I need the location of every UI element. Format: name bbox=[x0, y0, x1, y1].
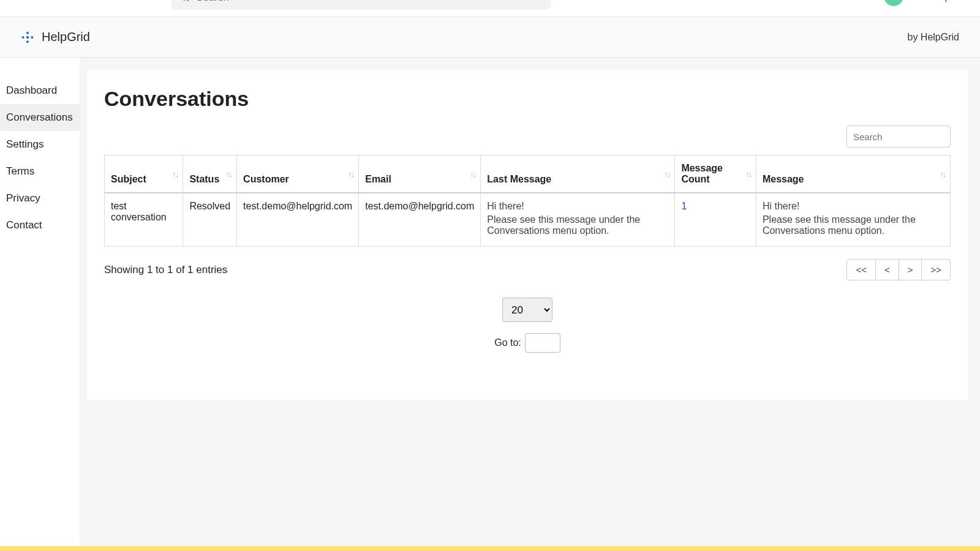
message-line: Please see this message under the Conver… bbox=[487, 214, 668, 236]
col-label: Email bbox=[365, 174, 391, 184]
table-search-input[interactable] bbox=[846, 126, 951, 148]
message-line: Hi there! bbox=[487, 201, 668, 212]
sidebar: Dashboard Conversations Settings Terms P… bbox=[0, 58, 80, 551]
sidebar-item-label: Privacy bbox=[6, 192, 40, 204]
sidebar-item-label: Conversations bbox=[6, 111, 73, 123]
table-cell: Resolved bbox=[183, 193, 237, 247]
user-menu[interactable]: RZ Radu Zapata bbox=[884, 0, 963, 6]
svg-point-4 bbox=[22, 36, 24, 38]
page-last-button[interactable]: >> bbox=[922, 259, 951, 280]
col-customer[interactable]: Customer↑↓ bbox=[237, 156, 359, 193]
message-count-link[interactable]: 1 bbox=[681, 201, 687, 211]
avatar: RZ bbox=[884, 0, 903, 6]
search-icon bbox=[180, 0, 190, 2]
sidebar-item-label: Dashboard bbox=[6, 84, 57, 96]
sidebar-item-dashboard[interactable]: Dashboard bbox=[0, 77, 80, 104]
topbar: Search RZ Radu Zapata bbox=[0, 0, 980, 17]
message-line: Please see this message under the Conver… bbox=[763, 214, 944, 236]
col-subject[interactable]: Subject↑↓ bbox=[105, 156, 183, 193]
sidebar-item-label: Terms bbox=[6, 165, 34, 177]
table-cell: test.demo@helpgrid.com bbox=[237, 193, 359, 247]
svg-point-6 bbox=[26, 36, 29, 38]
table-row[interactable]: test conversationResolvedtest.demo@helpg… bbox=[105, 193, 951, 247]
sort-icon: ↑↓ bbox=[470, 170, 475, 179]
global-search-placeholder: Search bbox=[196, 0, 229, 4]
sidebar-item-contact[interactable]: Contact bbox=[0, 212, 80, 239]
sort-icon: ↑↓ bbox=[745, 170, 751, 179]
col-label: Status bbox=[189, 174, 219, 184]
sidebar-item-terms[interactable]: Terms bbox=[0, 158, 80, 185]
conversations-table: Subject↑↓ Status↑↓ Customer↑↓ Email↑↓ La… bbox=[104, 155, 951, 247]
sort-icon: ↑↓ bbox=[226, 170, 232, 179]
user-name: Radu Zapata bbox=[910, 0, 963, 2]
svg-line-1 bbox=[187, 0, 189, 1]
col-label: Subject bbox=[111, 174, 146, 184]
page-title: Conversations bbox=[104, 87, 951, 111]
col-message[interactable]: Message↑↓ bbox=[756, 156, 950, 193]
brand-header: HelpGrid by HelpGrid bbox=[0, 17, 980, 58]
page-next-button[interactable]: > bbox=[899, 259, 922, 280]
svg-point-2 bbox=[26, 31, 29, 34]
col-label: Message Count bbox=[681, 163, 723, 184]
page-first-button[interactable]: << bbox=[846, 259, 876, 280]
footer-accent-strip bbox=[0, 546, 980, 551]
table-cell: Hi there!Please see this message under t… bbox=[756, 193, 950, 247]
goto-input[interactable] bbox=[525, 333, 560, 353]
message-line: Hi there! bbox=[763, 201, 944, 212]
goto-label: Go to: bbox=[494, 337, 521, 348]
table-cell: test conversation bbox=[105, 193, 183, 247]
content-card: Conversations Subject↑↓ Status↑↓ Custome… bbox=[87, 70, 968, 400]
global-search[interactable]: Search bbox=[172, 0, 551, 10]
svg-point-5 bbox=[31, 36, 33, 38]
col-email[interactable]: Email↑↓ bbox=[359, 156, 481, 193]
table-cell: Hi there!Please see this message under t… bbox=[481, 193, 675, 247]
sidebar-item-conversations[interactable]: Conversations bbox=[0, 104, 80, 131]
brand-byline: by HelpGrid bbox=[908, 32, 959, 43]
sort-icon: ↑↓ bbox=[172, 170, 178, 179]
col-message-count[interactable]: Message Count↑↓ bbox=[675, 156, 756, 193]
sort-icon: ↑↓ bbox=[348, 170, 353, 179]
col-label: Message bbox=[763, 174, 804, 184]
page-size-select[interactable]: 20 bbox=[502, 298, 552, 322]
sort-icon: ↑↓ bbox=[940, 170, 945, 179]
col-label: Customer bbox=[243, 174, 289, 184]
table-cell: test.demo@helpgrid.com bbox=[359, 193, 481, 247]
table-cell: 1 bbox=[675, 193, 756, 247]
sort-icon: ↑↓ bbox=[664, 170, 669, 179]
logo-icon bbox=[21, 31, 34, 44]
col-last-message[interactable]: Last Message↑↓ bbox=[481, 156, 675, 193]
svg-point-3 bbox=[26, 40, 29, 43]
entries-info: Showing 1 to 1 of 1 entries bbox=[104, 264, 227, 276]
brand-name: HelpGrid bbox=[42, 30, 90, 44]
col-status[interactable]: Status↑↓ bbox=[183, 156, 237, 193]
col-label: Last Message bbox=[487, 174, 551, 184]
page-prev-button[interactable]: < bbox=[876, 259, 899, 280]
sidebar-item-privacy[interactable]: Privacy bbox=[0, 185, 80, 212]
pager: << < > >> bbox=[846, 259, 951, 280]
sidebar-item-label: Settings bbox=[6, 138, 43, 150]
sidebar-item-settings[interactable]: Settings bbox=[0, 131, 80, 158]
sidebar-item-label: Contact bbox=[6, 219, 42, 231]
